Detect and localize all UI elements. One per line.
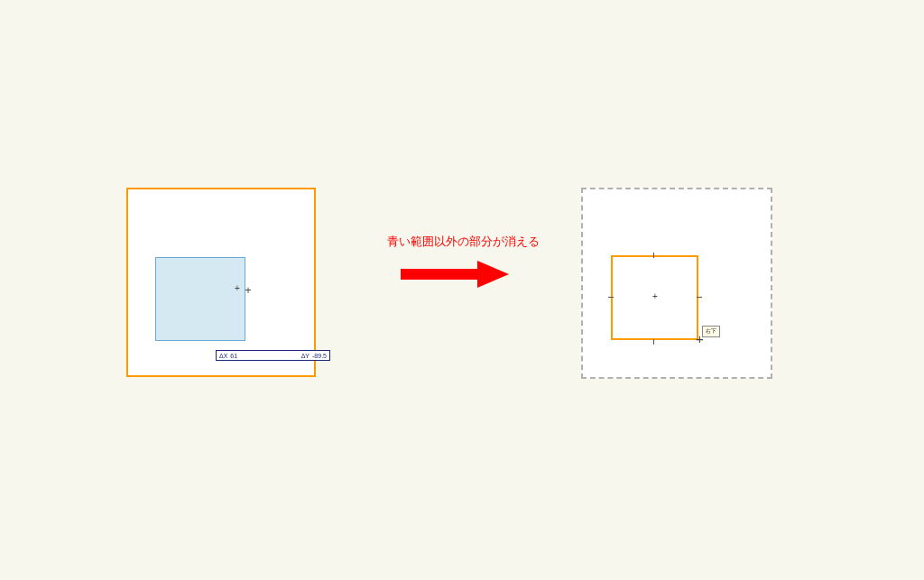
coordinate-readout: ΔX 61 ΔY -89.5 — [216, 350, 330, 361]
svg-marker-0 — [401, 261, 509, 288]
annotation-caption: 青い範囲以外の部分が消える — [387, 234, 540, 250]
right-result-square: 右下 — [581, 188, 772, 379]
edge-handle-icon[interactable] — [608, 297, 614, 298]
selection-rectangle[interactable] — [155, 257, 245, 341]
dy-label: ΔY — [301, 353, 310, 359]
arrow-right-icon — [401, 259, 509, 290]
cursor-crosshair-icon[interactable] — [245, 287, 252, 294]
edge-handle-icon[interactable] — [653, 253, 654, 258]
crosshair-icon — [651, 293, 659, 300]
dx-label: ΔX — [219, 353, 227, 359]
dx-value: 61 — [230, 353, 237, 359]
dy-value: -89.5 — [312, 353, 327, 359]
edge-handle-icon[interactable] — [653, 339, 654, 345]
snap-tooltip: 右下 — [702, 326, 720, 337]
edge-handle-icon[interactable] — [697, 297, 702, 298]
crosshair-icon — [234, 285, 241, 292]
left-bounding-square — [126, 188, 316, 377]
